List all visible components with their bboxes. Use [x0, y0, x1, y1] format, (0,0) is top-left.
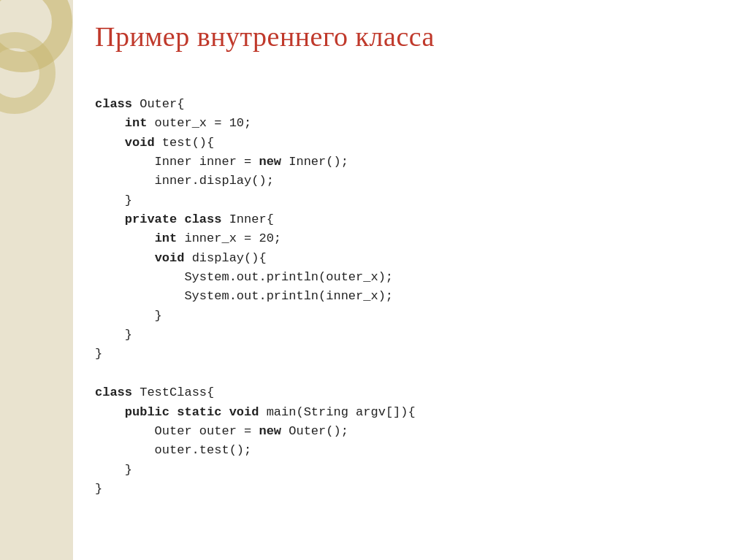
- line-12: }: [95, 309, 162, 323]
- line-17: public static void main(String argv[]){: [95, 405, 416, 419]
- keyword-int-2: int: [155, 231, 178, 245]
- line-13: }: [95, 328, 132, 342]
- line-6: }: [95, 193, 132, 207]
- line-8: int inner_x = 20;: [95, 231, 281, 245]
- slide-title: Пример внутреннего класса: [95, 20, 719, 53]
- line-2: int outer_x = 10;: [95, 116, 251, 130]
- keyword-class-2: class: [95, 386, 132, 399]
- line-19: outer.test();: [95, 443, 251, 457]
- keyword-class-1: class: [95, 97, 132, 111]
- line-15: [95, 367, 102, 380]
- keyword-new-1: new: [259, 155, 281, 169]
- line-11: System.out.println(inner_x);: [95, 289, 393, 303]
- keyword-void-1: void: [125, 136, 155, 150]
- code-pre: class Outer{ int outer_x = 10; void test…: [95, 95, 719, 499]
- line-10: System.out.println(outer_x);: [95, 270, 393, 284]
- line-4: Inner inner = new Inner();: [95, 155, 348, 169]
- keyword-void-2: void: [155, 251, 185, 265]
- line-7: private class Inner{: [95, 212, 274, 226]
- keyword-public-static-void: public static void: [125, 405, 259, 419]
- keyword-new-2: new: [259, 424, 281, 438]
- line-18: Outer outer = new Outer();: [95, 424, 348, 438]
- keyword-int-1: int: [125, 116, 148, 130]
- line-14: }: [95, 347, 102, 361]
- keyword-private-class: private class: [125, 212, 222, 226]
- line-20: }: [95, 463, 132, 477]
- line-9: void display(){: [95, 251, 267, 265]
- code-block: class Outer{ int outer_x = 10; void test…: [95, 95, 719, 545]
- line-21: }: [95, 482, 102, 496]
- decorative-circles: [0, 0, 88, 117]
- slide: Пример внутреннего класса class Outer{ i…: [0, 0, 748, 560]
- line-16: class TestClass{: [95, 386, 214, 399]
- line-1: class Outer{: [95, 97, 184, 111]
- line-3: void test(){: [95, 136, 214, 150]
- line-5: inner.display();: [95, 174, 274, 188]
